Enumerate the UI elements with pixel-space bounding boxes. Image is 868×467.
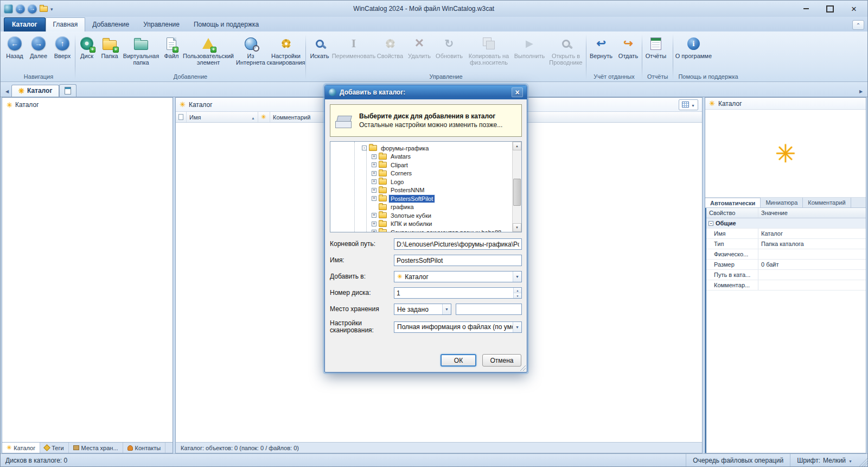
doc-tab-catalog[interactable]: Каталог [11, 85, 59, 97]
chevron-down-icon[interactable] [513, 272, 521, 282]
add-virtual-folder-button[interactable]: Виртуальная папка [122, 34, 161, 67]
expand-box-icon[interactable]: + [372, 230, 376, 232]
property-row[interactable]: Тип Папка каталога [706, 239, 866, 249]
column-icon[interactable] [258, 112, 270, 122]
close-button[interactable] [843, 2, 865, 16]
up-button[interactable]: Вверх [50, 34, 74, 60]
tree-row[interactable]: + Золотые кубки [330, 211, 512, 220]
add-folder-button[interactable]: Папка [98, 34, 122, 60]
left-tab-storage-places[interactable]: Места хран... [69, 443, 123, 453]
tree-row[interactable]: + Avatars [330, 153, 512, 161]
scan-settings-combo[interactable]: Полная информация о файлах (по умолчани [394, 321, 522, 333]
copy-to-media-button[interactable]: Копировать на физ.носитель [465, 34, 513, 67]
search-button[interactable]: Искать [307, 34, 333, 60]
spinner-down-icon[interactable] [514, 293, 521, 298]
expand-box-icon[interactable]: + [372, 179, 376, 184]
property-row[interactable]: Путь в ката... [706, 270, 866, 280]
qat-forward-icon[interactable] [28, 4, 37, 14]
dialog-close-icon[interactable] [512, 87, 523, 97]
expand-box-icon[interactable]: + [372, 188, 376, 193]
expand-box-icon[interactable]: + [372, 162, 376, 167]
about-button[interactable]: О программе [674, 34, 713, 60]
tree-scrollbar[interactable] [512, 142, 521, 232]
scroll-up-icon[interactable] [513, 142, 521, 150]
maximize-button[interactable] [819, 2, 841, 16]
rename-button[interactable]: Переименовать [333, 34, 375, 60]
add-to-combo[interactable]: Каталог [394, 271, 522, 282]
add-from-internet-button[interactable]: Из Интернета [234, 34, 267, 67]
doc-tab-report[interactable] [59, 84, 76, 97]
add-file-button[interactable]: Файл [161, 34, 182, 60]
left-tab-tags[interactable]: Теги [40, 443, 68, 453]
column-type[interactable] [176, 112, 187, 122]
view-mode-button[interactable] [679, 99, 698, 110]
tree-row[interactable]: + Corners [330, 169, 512, 178]
ribbon-collapse-button[interactable] [852, 20, 864, 30]
tree-row[interactable]: - форумы-графика [330, 144, 512, 153]
lend-button[interactable]: Отдать [615, 34, 641, 60]
root-path-input[interactable] [394, 239, 521, 249]
reports-button[interactable]: Отчёты [643, 34, 669, 60]
add-custom-item-button[interactable]: Пользовательский элемент [182, 34, 234, 67]
scan-settings-button[interactable]: Настройки сканирования [267, 34, 305, 67]
return-button[interactable]: Вернуть [587, 34, 615, 60]
update-button[interactable]: Обновить [433, 34, 465, 60]
app-icon[interactable] [4, 4, 13, 14]
property-row[interactable]: Размер 0 байт [706, 260, 866, 270]
preview-tab-comment[interactable]: Комментарий [803, 198, 851, 207]
collapse-box-icon[interactable]: - [709, 221, 713, 226]
property-row[interactable]: Имя Каталог [706, 229, 866, 239]
tree-row-selected[interactable]: + PostersSoftPilot [330, 194, 512, 203]
dialog-resize-grip[interactable] [519, 364, 526, 371]
collapse-box-icon[interactable]: - [362, 146, 367, 150]
disk-number-stepper[interactable] [513, 288, 521, 298]
left-tab-catalog[interactable]: Каталог [2, 443, 40, 453]
forward-button[interactable]: Далее [27, 34, 50, 60]
property-row[interactable]: Комментар... [706, 280, 866, 291]
tree-row[interactable]: + Сохранение документов разных beba88 [330, 228, 512, 232]
chevron-down-icon[interactable] [442, 304, 451, 314]
minimize-button[interactable] [795, 2, 818, 16]
disk-number-input[interactable] [394, 288, 513, 298]
tree-row[interactable]: + КПК и мобилки [330, 220, 512, 229]
name-input[interactable] [394, 255, 521, 266]
delete-button[interactable]: Удалить [405, 34, 433, 60]
qat-back-icon[interactable] [16, 4, 25, 14]
expand-box-icon[interactable]: + [372, 154, 376, 159]
resize-grip[interactable] [859, 454, 867, 466]
tree-row[interactable]: + Logo [330, 178, 512, 186]
tree-item-catalog-root[interactable]: Каталог [7, 101, 168, 109]
spinner-up-icon[interactable] [514, 288, 521, 293]
storage-place-combo[interactable]: Не задано [394, 304, 451, 315]
properties-button[interactable]: Свойства [375, 34, 405, 60]
properties-group-row[interactable]: - Общие [706, 218, 866, 229]
tree-row[interactable]: + Clipart [330, 161, 512, 169]
open-in-explorer-button[interactable]: Открыть в Проводнике [546, 34, 585, 67]
file-operations-queue-button[interactable]: Очередь файловых операций [686, 454, 790, 466]
run-button[interactable]: Выполнить [513, 34, 546, 60]
chevron-down-icon[interactable] [513, 322, 521, 332]
back-button[interactable]: Назад [3, 34, 27, 60]
ok-button[interactable]: ОК [441, 354, 476, 367]
scrollbar-thumb[interactable] [513, 179, 521, 206]
tree-row[interactable]: графика [330, 203, 512, 212]
expand-box-icon[interactable]: + [372, 171, 376, 176]
tab-adding[interactable]: Добавление [85, 18, 136, 31]
tab-scroll-left-icon[interactable] [3, 86, 11, 97]
expand-box-icon[interactable]: + [372, 213, 376, 218]
expand-box-icon[interactable]: + [372, 222, 376, 226]
preview-tab-thumbnail[interactable]: Миниатюра [761, 198, 803, 207]
expand-box-icon[interactable]: + [372, 196, 376, 201]
tab-home[interactable]: Главная [46, 17, 86, 31]
storage-place-extra-input[interactable] [456, 304, 521, 314]
scroll-down-icon[interactable] [513, 223, 521, 232]
file-menu-button[interactable]: Каталог [4, 17, 46, 31]
tree-row[interactable]: + PostersNNM [330, 186, 512, 195]
cancel-button[interactable]: Отмена [482, 354, 521, 367]
tab-help[interactable]: Помощь и поддержка [187, 18, 266, 31]
preview-tab-automatic[interactable]: Автоматически [705, 198, 761, 207]
left-tab-contacts[interactable]: Контакты [123, 443, 166, 453]
font-size-selector[interactable]: Шрифт: Мелкий [790, 454, 859, 466]
tab-management[interactable]: Управление [136, 18, 187, 31]
column-name[interactable]: Имя [187, 112, 258, 122]
